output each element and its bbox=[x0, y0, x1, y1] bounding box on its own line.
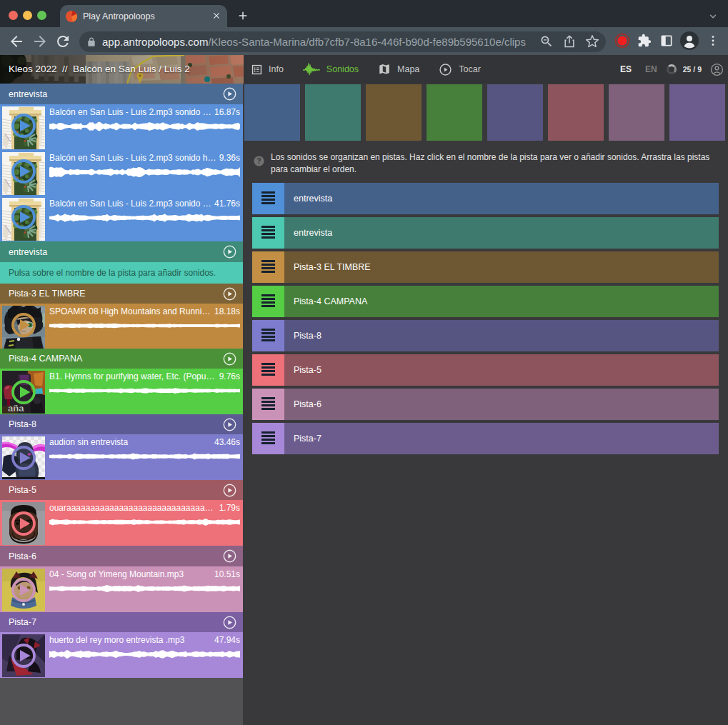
svg-text:?: ? bbox=[256, 157, 261, 165]
svg-text:aña: aña bbox=[8, 403, 24, 414]
